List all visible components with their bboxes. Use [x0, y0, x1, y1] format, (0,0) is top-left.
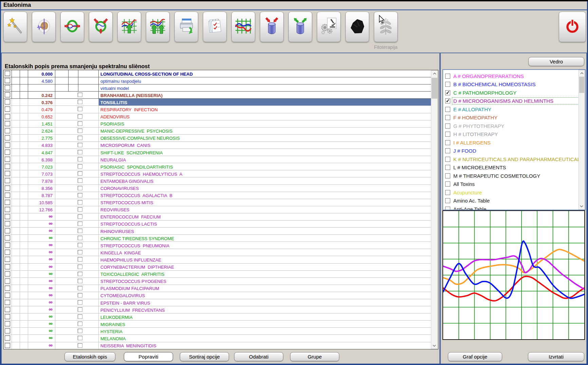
etalon-row[interactable]: ∞STREPTOCOCCUS LACTIS	[4, 220, 438, 228]
row-checkbox[interactable]	[78, 300, 82, 305]
category-checkbox[interactable]	[445, 90, 450, 95]
row-checkbox[interactable]	[78, 193, 82, 197]
etalon-row[interactable]: ∞ENTEROCOCCUM FAECIUM	[4, 213, 438, 220]
row-checkbox[interactable]	[78, 322, 82, 326]
row-checkbox[interactable]	[78, 229, 82, 233]
toolbar-button-micro-analysis[interactable]	[317, 12, 341, 42]
row-checkbox[interactable]	[78, 143, 82, 147]
table-scrollbar-track[interactable]	[431, 76, 438, 343]
etalon-row[interactable]: 7.878ENTAMOEBA GINGIVALIS	[4, 177, 438, 185]
table-scrollbar-thumb[interactable]	[432, 78, 437, 99]
row-checkbox[interactable]	[78, 293, 82, 297]
category-checkbox[interactable]	[445, 190, 450, 195]
row-checkbox[interactable]	[78, 114, 82, 119]
row-checkbox[interactable]	[78, 307, 82, 312]
category-checkbox[interactable]	[445, 123, 450, 129]
row-checkbox[interactable]	[78, 314, 82, 319]
graph-options-button[interactable]: Graf opcije	[448, 352, 502, 361]
exit-button[interactable]	[559, 12, 586, 42]
row-checkbox[interactable]	[78, 121, 82, 126]
category-checkbox[interactable]	[445, 157, 450, 162]
etalon-row[interactable]: 0.479RESPIRATORY INFECTION	[4, 106, 438, 113]
category-item[interactable]: Anti-Age Table	[445, 205, 585, 210]
etalon-row[interactable]: 4.847SHIFT-LIKE SCHIZOPHRENIA	[4, 149, 438, 156]
etalon-row[interactable]: 2.775OBSESSIVE-COMPALSIVE NEUROSIS	[4, 135, 438, 142]
execute-button[interactable]: Izvrtati	[528, 352, 584, 361]
etalon-row[interactable]: 8.356CORONAVIRUSES	[4, 185, 438, 192]
category-item[interactable]: Amino Ac. Table	[445, 197, 585, 205]
row-checkbox[interactable]	[78, 157, 82, 161]
etalon-row[interactable]: 7.023PSORIASIC SPONDILOARTHRITIS	[4, 163, 438, 170]
etalon-row[interactable]: 10.585STREPTOCOCCUS MITIS	[4, 199, 438, 206]
category-item[interactable]: B # BIOCHEMICAL HOMEOSTASIS	[445, 80, 585, 89]
etalon-row[interactable]: ∞NEISSERIA MENINGITIDIS	[4, 342, 438, 349]
toolbar-button-brain-analysis[interactable]	[32, 12, 56, 42]
category-checkbox[interactable]	[445, 198, 450, 203]
etalon-row[interactable]: ∞KINGELLA KINGAE	[4, 249, 438, 256]
category-checkbox[interactable]	[445, 107, 450, 112]
toolbar-button-spectrum-graph[interactable]	[231, 12, 255, 42]
category-checkbox[interactable]	[445, 207, 450, 210]
category-item[interactable]: H # LITOTHERAPY	[445, 130, 585, 138]
category-item[interactable]: F # HOMEOPATHY	[445, 114, 585, 122]
etalon-row[interactable]: virtualni model	[4, 84, 438, 92]
etalon-row[interactable]: 0.652ADENOVIRUS	[4, 113, 438, 120]
etalon-row[interactable]: ∞STREPTOCOCCUS PNEUMONIA	[4, 242, 438, 249]
category-item[interactable]: L # MICROELEMENTS	[445, 164, 585, 172]
row-checkbox[interactable]	[78, 336, 82, 340]
scroll-up-icon[interactable]	[431, 71, 438, 76]
etalon-row[interactable]: 0.000LONGITUDINAL CROSS-SECTION OF HEAD	[4, 70, 438, 77]
row-checkbox[interactable]	[78, 150, 82, 154]
category-checkbox[interactable]	[445, 181, 450, 187]
etalon-row[interactable]: 4.580optimalnu raspodjelu	[4, 77, 438, 84]
etalon-row[interactable]: 12.766REOVIRUSES	[4, 206, 438, 213]
category-item[interactable]: All Toxins	[445, 180, 585, 188]
row-checkbox[interactable]	[78, 171, 82, 176]
category-item[interactable]: E # ALLOPATHY	[445, 105, 585, 113]
etalon-row[interactable]: 8.787STREPTOCOCCUS AGALACTIA B	[4, 192, 438, 199]
etalon-row[interactable]: ∞EPSTEIN - BARR VIRUS	[4, 299, 438, 306]
etalon-row[interactable]: ∞CORYNEBACTERIUM DIPTHERIAE	[4, 264, 438, 271]
toolbar-button-magic-wand[interactable]	[3, 12, 27, 42]
fix-button[interactable]: Popraviti	[124, 352, 173, 361]
sort-options-button[interactable]: Sortiraj opcije	[180, 352, 229, 361]
etalon-row[interactable]: ∞MELANOMA	[4, 335, 438, 342]
row-checkbox[interactable]	[78, 343, 82, 348]
toolbar-button-container-load[interactable]	[260, 12, 284, 42]
table-scrollbar[interactable]	[431, 70, 438, 349]
category-checkbox[interactable]	[445, 140, 450, 145]
category-item[interactable]: D # MICROORGANISMS AND HELMINTHS	[445, 97, 585, 105]
etalon-row[interactable]: 2.624MANIC-DEPRESSIVE PSYCHOSIS	[4, 128, 438, 135]
row-checkbox[interactable]	[78, 222, 82, 226]
row-checkbox[interactable]	[78, 257, 82, 262]
category-item[interactable]: Acupuncture	[445, 188, 585, 196]
row-checkbox[interactable]	[78, 279, 82, 283]
etalon-row[interactable]: ∞MIGRAINES	[4, 321, 438, 328]
row-checkbox[interactable]	[78, 265, 82, 269]
category-checkbox[interactable]	[445, 173, 450, 178]
category-item[interactable]: C # PATHOMORPHOLOGY	[445, 89, 585, 97]
category-item[interactable]: A # ORGANOPREPARATIONS	[445, 72, 585, 80]
toolbar-button-print[interactable]	[174, 12, 198, 42]
etalon-row[interactable]: ∞RHINOVIRUSES	[4, 228, 438, 235]
row-checkbox[interactable]	[78, 243, 82, 247]
etalon-row[interactable]: ∞STREPTOCOCCUS PYOGENES	[4, 278, 438, 285]
category-item[interactable]: G # PHYTOTHERAPY	[445, 122, 585, 130]
select-button[interactable]: Odabrati	[234, 352, 283, 361]
category-scrollbar[interactable]	[578, 70, 585, 210]
toolbar-button-etalon-filter[interactable]	[89, 12, 113, 42]
toolbar-button-report-card[interactable]	[203, 12, 227, 42]
etalon-row[interactable]: ∞HAEMOPHILUS INFLUENZAE	[4, 256, 438, 263]
row-checkbox[interactable]	[78, 236, 82, 240]
category-scrollbar-track[interactable]	[579, 76, 585, 204]
etalon-description-button[interactable]: Etalonskih opis	[64, 352, 115, 361]
groups-button[interactable]: Grupe	[290, 352, 339, 361]
row-checkbox[interactable]	[78, 250, 82, 254]
row-checkbox[interactable]	[78, 286, 82, 290]
row-checkbox[interactable]	[78, 329, 82, 333]
etalon-row[interactable]: ∞PENICYLLIUM FRECVENTANS	[4, 306, 438, 313]
etalon-row[interactable]: ∞CYTOMEGALOVIRUS	[4, 292, 438, 299]
row-checkbox[interactable]	[78, 100, 82, 104]
etalon-row[interactable]: ∞HYSTERIA	[4, 328, 438, 335]
etalon-row[interactable]: ∞PLASMODIUM FALCIPARUM	[4, 285, 438, 292]
